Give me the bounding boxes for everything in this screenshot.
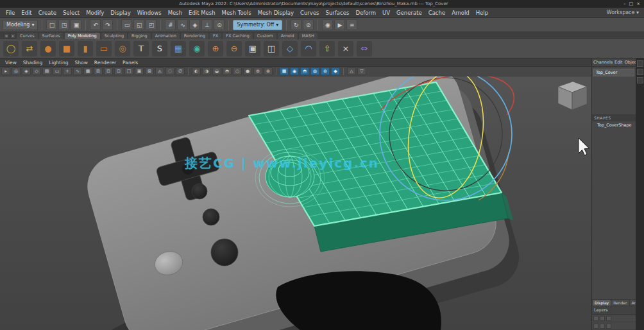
menu-item[interactable]: Mesh Tools xyxy=(219,10,255,16)
select-by-component-icon[interactable]: ◰ xyxy=(146,19,157,30)
construction-history-icon[interactable]: ↻ xyxy=(291,19,301,30)
flat-shade-icon[interactable]: ◓ xyxy=(223,67,232,75)
menu-item[interactable]: Help xyxy=(473,10,491,16)
poly-cylinder-icon[interactable]: ▮ xyxy=(78,41,93,56)
combine-icon[interactable]: ▣ xyxy=(245,41,260,56)
menu-item[interactable]: Arnold xyxy=(448,10,473,16)
snap-to-plane-icon[interactable]: ⊥ xyxy=(201,19,212,30)
viewport-menu-item[interactable]: Lighting xyxy=(46,60,71,65)
safe-title-icon[interactable]: ▣ xyxy=(135,67,144,75)
bridge-icon[interactable]: ◠ xyxy=(301,41,316,56)
layer-color-swatch[interactable] xyxy=(606,324,611,329)
button-small-2[interactable] xyxy=(203,209,219,225)
xray-icon[interactable]: ⊕ xyxy=(253,67,262,75)
minimize-button[interactable]: – xyxy=(623,1,626,6)
layer-playback-toggle[interactable] xyxy=(600,324,605,329)
textured-icon[interactable]: ▦ xyxy=(280,67,289,75)
poly-plane-icon[interactable]: ▭ xyxy=(96,41,112,56)
shelf-menu-icon[interactable]: ≡ xyxy=(4,33,9,39)
bevel-icon[interactable]: ◇ xyxy=(282,41,298,56)
render-settings-icon[interactable]: ≡ xyxy=(346,19,357,30)
attribute-editor-tab-icon[interactable] xyxy=(637,69,643,75)
layer-row[interactable] xyxy=(592,322,636,330)
snap-to-grid-icon[interactable]: # xyxy=(165,19,176,30)
no-construction-history-icon[interactable]: ⊘ xyxy=(303,19,314,30)
menu-item[interactable]: Windows xyxy=(134,10,165,16)
2d-pan-zoom-icon[interactable]: + xyxy=(63,67,72,75)
viewport-menu-item[interactable]: View xyxy=(3,60,19,65)
image-plane-icon[interactable]: ▭ xyxy=(53,67,62,75)
save-scene-icon[interactable]: ▣ xyxy=(71,19,81,30)
bounding-box-icon[interactable]: ◒ xyxy=(212,67,221,75)
snap-to-curve-icon[interactable]: ∿ xyxy=(177,19,188,30)
frame-selection-icon[interactable]: ◬ xyxy=(155,67,164,75)
select-by-hierarchy-icon[interactable]: ▭ xyxy=(121,19,132,30)
anti-aliasing-icon[interactable]: ⊛ xyxy=(321,67,330,75)
shelf-tab[interactable]: MASH xyxy=(299,33,318,39)
sculpt-tool-icon[interactable]: ◉ xyxy=(189,41,205,56)
layer-playback-toggle[interactable] xyxy=(600,316,605,321)
film-gate-icon[interactable]: ▦ xyxy=(83,67,92,75)
gate-mask-icon[interactable]: ⊟ xyxy=(104,67,113,75)
shelf-tab[interactable]: Custom xyxy=(254,33,276,39)
boolean-difference-icon[interactable]: ⊖ xyxy=(226,41,242,56)
table-grid-icon[interactable]: ▦ xyxy=(171,41,186,56)
resolution-gate-icon[interactable]: ⊞ xyxy=(94,67,103,75)
channel-box-menu[interactable]: Edit xyxy=(614,60,623,65)
field-chart-icon[interactable]: ⊡ xyxy=(114,67,123,75)
menu-item[interactable]: Edit Mesh xyxy=(185,10,219,16)
menu-item[interactable]: Mesh xyxy=(165,10,185,16)
close-button[interactable]: × xyxy=(636,1,640,6)
menu-item[interactable]: Curves xyxy=(297,10,323,16)
boolean-union-icon[interactable]: ⊕ xyxy=(208,41,223,56)
type-tool-icon[interactable]: T xyxy=(133,41,149,56)
channel-box-menu[interactable]: Object xyxy=(625,60,636,65)
mirror-icon[interactable]: ⇔ xyxy=(357,41,372,56)
make-live-icon[interactable]: ⊙ xyxy=(214,19,225,30)
separate-icon[interactable]: ◫ xyxy=(264,41,279,56)
channel-box-menu[interactable]: Channels xyxy=(593,60,613,65)
menu-item[interactable]: Display xyxy=(107,10,133,16)
snap-to-point-icon[interactable]: ◈ xyxy=(189,19,200,30)
button-large[interactable] xyxy=(211,239,238,266)
wireframe-icon[interactable]: ◐ xyxy=(192,67,201,75)
wireframe-on-shaded-icon[interactable]: ○ xyxy=(233,67,242,75)
menu-item[interactable]: Deform xyxy=(352,10,379,16)
layer-editor-tab[interactable]: Render xyxy=(611,300,629,306)
gamma-icon[interactable]: ▽ xyxy=(357,67,366,75)
viewport-panel[interactable]: ViewShadingLightingShowRendererPanels ▸◎… xyxy=(0,58,591,330)
viewport-menu-item[interactable]: Shading xyxy=(21,60,45,65)
nurbs-circle-icon[interactable]: ◯ xyxy=(3,41,19,56)
smooth-shade-icon[interactable]: ◑ xyxy=(202,67,211,75)
default-material-icon[interactable]: ● xyxy=(243,67,252,75)
shelf-tab[interactable]: Surfaces xyxy=(39,33,64,39)
redo-icon[interactable]: ↷ xyxy=(102,19,113,30)
channel-box-tab-icon[interactable] xyxy=(637,60,643,67)
shelf-tab[interactable]: FX Caching xyxy=(223,33,253,39)
menu-item[interactable]: Cache xyxy=(425,10,448,16)
camera-attributes-icon[interactable]: ◇ xyxy=(32,67,41,75)
panel-layout-icon[interactable]: ▸ xyxy=(1,67,10,75)
menu-item[interactable]: Surfaces xyxy=(323,10,353,16)
shelf-tab[interactable]: Curves xyxy=(17,33,38,39)
menu-item[interactable]: Create xyxy=(35,10,60,16)
layer-color-swatch[interactable] xyxy=(606,316,611,321)
bookmark-icon[interactable]: ▤ xyxy=(42,67,51,75)
viewport-menu-item[interactable]: Panels xyxy=(120,60,140,65)
poly-sphere-icon[interactable]: ● xyxy=(40,41,56,56)
shape-node-item[interactable]: Top_CoverShape xyxy=(592,121,636,129)
tool-settings-tab-icon[interactable] xyxy=(637,77,643,83)
multi-cut-icon[interactable]: × xyxy=(338,41,353,56)
menu-item[interactable]: Generate xyxy=(393,10,425,16)
shelf-tab[interactable]: Poly Modeling xyxy=(65,33,100,39)
shelf-switcher-icon[interactable]: ▾ xyxy=(10,33,15,39)
button-small-1[interactable] xyxy=(192,184,207,199)
shelf-tab[interactable]: Arnold xyxy=(278,33,298,39)
shelf-tab[interactable]: Rendering xyxy=(181,33,208,39)
menu-item[interactable]: Select xyxy=(60,10,83,16)
poly-torus-icon[interactable]: ◎ xyxy=(115,41,130,56)
workspace-selector[interactable]: Workspace ▾ xyxy=(607,10,641,15)
shelf-tab[interactable]: FX xyxy=(210,33,221,39)
select-camera-icon[interactable]: ◎ xyxy=(12,67,21,75)
poly-cube-icon[interactable]: ■ xyxy=(59,41,74,56)
